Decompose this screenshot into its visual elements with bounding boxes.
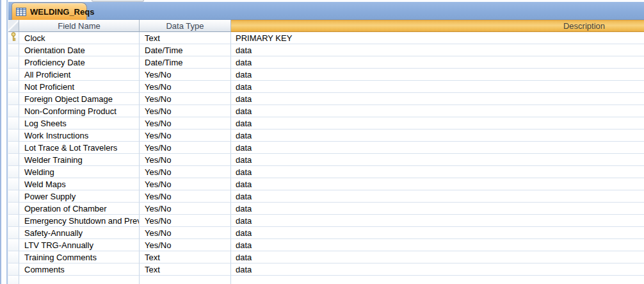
- field-name-cell[interactable]: Non-Conforming Product: [19, 105, 140, 117]
- data-type-cell[interactable]: Yes/No: [140, 227, 231, 239]
- data-type-cell[interactable]: Yes/No: [140, 81, 231, 93]
- row-selector[interactable]: [8, 227, 19, 239]
- field-row: ClockTextPRIMARY KEY: [8, 32, 644, 44]
- field-name-cell[interactable]: Comments: [19, 263, 140, 276]
- field-rows: ClockTextPRIMARY KEYOrientation DateDate…: [8, 32, 644, 284]
- row-selector[interactable]: [8, 142, 19, 154]
- data-type-cell[interactable]: Yes/No: [140, 69, 231, 81]
- field-name-cell[interactable]: Orientation Date: [19, 44, 140, 56]
- field-row: Power SupplyYes/Nodata: [8, 190, 644, 203]
- column-header-field-name: Field Name: [19, 20, 140, 32]
- data-type-cell[interactable]: Yes/No: [140, 105, 231, 117]
- data-type-cell[interactable]: [140, 276, 231, 284]
- row-selector[interactable]: [8, 178, 19, 190]
- field-name-cell[interactable]: Proficiency Date: [19, 56, 140, 69]
- description-cell[interactable]: PRIMARY KEY: [231, 32, 644, 44]
- row-selector[interactable]: [8, 44, 19, 56]
- field-name-cell[interactable]: Operation of Chamber: [19, 203, 140, 215]
- data-type-cell[interactable]: Yes/No: [140, 215, 231, 227]
- field-name-cell[interactable]: All Proficient: [19, 69, 140, 81]
- row-selector[interactable]: [8, 93, 19, 105]
- data-type-cell[interactable]: Text: [140, 263, 231, 276]
- field-name-cell[interactable]: Clock: [19, 32, 140, 44]
- data-type-cell[interactable]: Yes/No: [140, 178, 231, 190]
- row-selector[interactable]: [8, 129, 19, 142]
- row-selector[interactable]: [8, 239, 19, 251]
- data-type-cell[interactable]: Yes/No: [140, 142, 231, 154]
- description-cell[interactable]: data: [231, 69, 644, 81]
- description-cell[interactable]: data: [231, 105, 644, 117]
- column-header-description: Description: [231, 20, 644, 32]
- field-name-cell[interactable]: Foreign Object Damage: [19, 93, 140, 105]
- description-cell[interactable]: data: [231, 178, 644, 190]
- data-type-cell[interactable]: Yes/No: [140, 117, 231, 129]
- field-name-cell[interactable]: [19, 276, 140, 284]
- description-header-label: Description: [563, 21, 605, 31]
- column-header-data-type: Data Type: [140, 20, 231, 32]
- row-selector[interactable]: [8, 276, 19, 284]
- data-type-cell[interactable]: Yes/No: [140, 129, 231, 142]
- row-selector[interactable]: [8, 56, 19, 69]
- description-cell[interactable]: data: [231, 142, 644, 154]
- row-selector[interactable]: [8, 263, 19, 276]
- description-cell[interactable]: data: [231, 117, 644, 129]
- data-type-cell[interactable]: Yes/No: [140, 154, 231, 166]
- field-name-cell[interactable]: LTV TRG-Annually: [19, 239, 140, 251]
- row-selector[interactable]: [8, 166, 19, 178]
- field-row: Foreign Object DamageYes/Nodata: [8, 93, 644, 105]
- document-tab-bar: WELDING_Reqs: [8, 2, 644, 20]
- description-cell[interactable]: data: [231, 56, 644, 69]
- field-name-cell[interactable]: Safety-Annually: [19, 227, 140, 239]
- description-cell[interactable]: data: [231, 129, 644, 142]
- field-name-cell[interactable]: Not Proficient: [19, 81, 140, 93]
- description-cell[interactable]: data: [231, 263, 644, 276]
- description-cell[interactable]: data: [231, 215, 644, 227]
- description-cell[interactable]: data: [231, 93, 644, 105]
- description-cell[interactable]: data: [231, 81, 644, 93]
- description-cell[interactable]: data: [231, 227, 644, 239]
- field-name-cell[interactable]: Power Supply: [19, 190, 140, 203]
- row-selector[interactable]: [8, 215, 19, 227]
- field-name-cell[interactable]: Welder Training: [19, 154, 140, 166]
- field-row: Orientation DateDate/Timedata: [8, 44, 644, 56]
- field-name-cell[interactable]: Emergency Shutdown and Prev: [19, 215, 140, 227]
- row-selector[interactable]: [8, 105, 19, 117]
- field-name-cell[interactable]: Training Comments: [19, 251, 140, 263]
- select-all-corner[interactable]: [8, 20, 19, 32]
- description-cell[interactable]: data: [231, 154, 644, 166]
- row-selector[interactable]: [8, 154, 19, 166]
- row-selector[interactable]: [8, 69, 19, 81]
- row-selector[interactable]: [8, 190, 19, 203]
- data-type-cell[interactable]: Date/Time: [140, 56, 231, 69]
- description-cell[interactable]: data: [231, 203, 644, 215]
- data-type-cell[interactable]: Yes/No: [140, 239, 231, 251]
- field-name-cell[interactable]: Lot Trace & Lot Travelers: [19, 142, 140, 154]
- field-name-cell[interactable]: Work Instructions: [19, 129, 140, 142]
- row-selector[interactable]: [8, 203, 19, 215]
- row-selector[interactable]: [8, 251, 19, 263]
- data-type-cell[interactable]: Date/Time: [140, 44, 231, 56]
- description-cell[interactable]: data: [231, 251, 644, 263]
- row-selector[interactable]: [8, 32, 19, 44]
- field-row: Not ProficientYes/Nodata: [8, 81, 644, 93]
- field-name-cell[interactable]: Log Sheets: [19, 117, 140, 129]
- description-cell[interactable]: data: [231, 166, 644, 178]
- field-name-cell[interactable]: Welding: [19, 166, 140, 178]
- description-cell[interactable]: data: [231, 239, 644, 251]
- data-type-cell[interactable]: Yes/No: [140, 190, 231, 203]
- data-type-cell[interactable]: Text: [140, 32, 231, 44]
- description-cell[interactable]: data: [231, 190, 644, 203]
- data-type-cell[interactable]: Yes/No: [140, 93, 231, 105]
- data-type-cell[interactable]: Text: [140, 251, 231, 263]
- field-row: Welder TrainingYes/Nodata: [8, 154, 644, 166]
- field-name-cell[interactable]: Weld Maps: [19, 178, 140, 190]
- description-cell[interactable]: [231, 276, 644, 284]
- data-type-cell[interactable]: Yes/No: [140, 166, 231, 178]
- field-row: [8, 276, 644, 284]
- field-row: Weld MapsYes/Nodata: [8, 178, 644, 190]
- tab-welding-reqs[interactable]: WELDING_Reqs: [12, 3, 87, 20]
- row-selector[interactable]: [8, 81, 19, 93]
- description-cell[interactable]: data: [231, 44, 644, 56]
- row-selector[interactable]: [8, 117, 19, 129]
- data-type-cell[interactable]: Yes/No: [140, 203, 231, 215]
